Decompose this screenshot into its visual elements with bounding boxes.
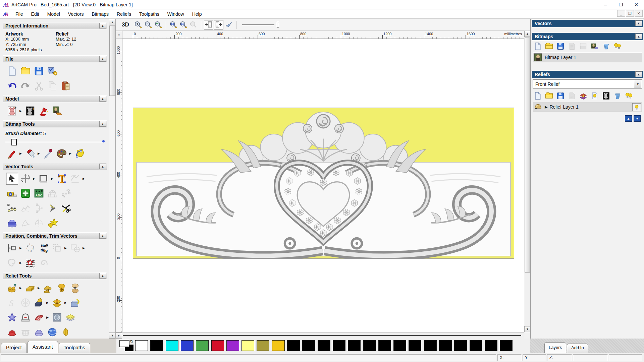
palette-swatch[interactable] (333, 340, 345, 351)
scroll-up-button[interactable]: ▲ (109, 19, 116, 25)
brush-slider-handle[interactable] (11, 139, 17, 145)
tab-assistant[interactable]: Assistant (28, 341, 58, 353)
flyout-arrow-icon[interactable]: ▶ (46, 297, 50, 309)
maximize-button[interactable]: ❐ (613, 0, 629, 9)
palette-swatch[interactable] (424, 340, 437, 351)
shape-arch-icon[interactable] (19, 311, 32, 323)
palette-swatch[interactable] (302, 340, 315, 351)
relief-layer-row[interactable]: ▶ Relief Layer 1 (533, 102, 642, 112)
relief-from-image-icon[interactable] (33, 297, 45, 309)
stack-transfer-icon[interactable] (578, 91, 588, 101)
brush-diameter-slider[interactable] (5, 139, 103, 145)
flyout-arrow-icon[interactable]: ▶ (38, 282, 41, 294)
save-icon[interactable] (555, 42, 566, 51)
close-button[interactable]: ✕ (629, 0, 644, 9)
new-file-icon[interactable] (533, 42, 543, 51)
palette-swatch[interactable] (166, 340, 178, 351)
tape-measure-icon[interactable] (6, 187, 18, 199)
scroll-pane-button[interactable]: ▸ (116, 333, 122, 339)
greyscale-preview-icon[interactable] (601, 91, 611, 101)
text-icon[interactable] (56, 173, 68, 185)
align-icon[interactable] (6, 242, 18, 254)
preferences-icon[interactable] (46, 65, 58, 77)
palette-swatch[interactable] (181, 340, 194, 351)
ruler-origin-button[interactable]: ⌖ (116, 31, 122, 39)
select-icon[interactable] (6, 173, 18, 185)
palette-swatch[interactable] (409, 340, 421, 351)
assistant-scrollbar[interactable]: ▲ ▼ (109, 19, 115, 339)
primary-secondary-colour-indicator[interactable]: ⧉ (119, 340, 135, 352)
import-model-icon[interactable]: T (6, 105, 18, 117)
primary-colour-chip[interactable] (119, 340, 129, 347)
toggle-next-icon[interactable] (214, 20, 223, 29)
flyout-arrow-icon[interactable]: ▶ (46, 311, 50, 323)
zoom-previous-icon[interactable] (154, 20, 163, 29)
flyout-arrow-icon[interactable]: ▶ (51, 173, 54, 185)
menu-edit[interactable]: Edit (27, 10, 43, 18)
view-3d-button[interactable]: 3D (120, 21, 131, 29)
texture-icon[interactable] (51, 105, 63, 117)
bitmap-thumb-icon[interactable] (590, 42, 600, 51)
flyout-arrow-icon[interactable]: ▶ (83, 173, 86, 185)
text-in-box-icon[interactable]: ABC (33, 187, 45, 199)
palette-swatch[interactable] (500, 340, 513, 351)
menu-reliefs[interactable]: Reliefs (113, 10, 135, 18)
chevron-icon[interactable] (46, 202, 58, 214)
redo-icon[interactable] (19, 80, 32, 92)
rectangle-icon[interactable] (38, 173, 50, 185)
menu-toolpaths[interactable]: Toolpaths (135, 10, 163, 18)
flyout-arrow-icon[interactable]: ▶ (19, 147, 23, 160)
link-colours-icon[interactable]: ⧉ (130, 339, 133, 344)
layer-visibility-button[interactable] (632, 103, 641, 111)
palette-swatch[interactable] (272, 340, 285, 351)
flood-fill-icon[interactable] (24, 147, 36, 160)
palette-swatch[interactable] (439, 340, 452, 351)
open-folder-icon[interactable] (19, 65, 32, 77)
palette-swatch[interactable] (470, 340, 482, 351)
view-fade-slider[interactable] (242, 21, 279, 28)
relief-layers-icon[interactable] (64, 311, 76, 323)
scale-relief-icon[interactable] (69, 282, 81, 294)
scroll-thumb[interactable] (109, 25, 115, 96)
scroll-down-button[interactable]: ▼ (524, 326, 531, 332)
palette-swatch[interactable] (393, 340, 406, 351)
flyout-arrow-icon[interactable]: ▶ (19, 242, 23, 254)
relief-wizard-icon[interactable] (6, 282, 18, 294)
expand-vectors-button[interactable]: ▼ (635, 20, 642, 26)
vertical-scroll-thumb[interactable] (525, 38, 530, 273)
palette-swatch[interactable] (196, 340, 209, 351)
zoom-out-icon[interactable] (144, 20, 153, 29)
menu-model[interactable]: Model (43, 10, 64, 18)
nesting-icon[interactable]: Nesting (38, 242, 50, 254)
open-folder-icon[interactable] (544, 91, 554, 101)
collapse-position-button[interactable]: ▲ (99, 233, 106, 239)
tab-project[interactable]: Project (1, 343, 27, 353)
view-fade-slider-handle[interactable] (277, 22, 279, 27)
flyout-arrow-icon[interactable]: ▶ (19, 105, 23, 117)
expand-layer-icon[interactable]: ▶ (545, 105, 547, 109)
collapse-model-button[interactable]: ▲ (99, 96, 106, 102)
scroll-up-button[interactable]: ▲ (524, 31, 531, 37)
flyout-arrow-icon[interactable]: ▶ (64, 297, 68, 309)
palette-swatch[interactable] (226, 340, 239, 351)
offset-relief-icon[interactable] (51, 297, 63, 309)
palette-swatch[interactable] (150, 340, 163, 351)
palette-swatch[interactable] (348, 340, 361, 351)
flyout-arrow-icon[interactable]: ▶ (19, 257, 23, 269)
palette-swatch[interactable] (287, 340, 300, 351)
view-light-icon[interactable] (224, 20, 233, 29)
palette-swatch[interactable] (485, 340, 497, 351)
vertical-scrollbar[interactable]: ▲ ▼ (524, 31, 530, 332)
sphere-tool-icon[interactable] (46, 326, 58, 338)
tab-add-in[interactable]: Add In (567, 344, 588, 353)
scroll-down-button[interactable]: ▼ (109, 332, 116, 339)
collapse-project-info-button[interactable]: ▲ (99, 23, 106, 28)
palette-swatch[interactable] (378, 340, 391, 351)
zoom-fit-icon[interactable] (179, 20, 188, 29)
flyout-arrow-icon[interactable]: ▶ (38, 147, 41, 160)
relief-set-dropdown[interactable]: Front Relief ▼ (533, 79, 642, 88)
horizontal-scrollbar[interactable]: ▸ (116, 332, 524, 339)
transform-icon[interactable] (19, 173, 32, 185)
mdi-close-button[interactable]: ✕ (635, 10, 643, 17)
delete-icon[interactable] (612, 91, 623, 101)
